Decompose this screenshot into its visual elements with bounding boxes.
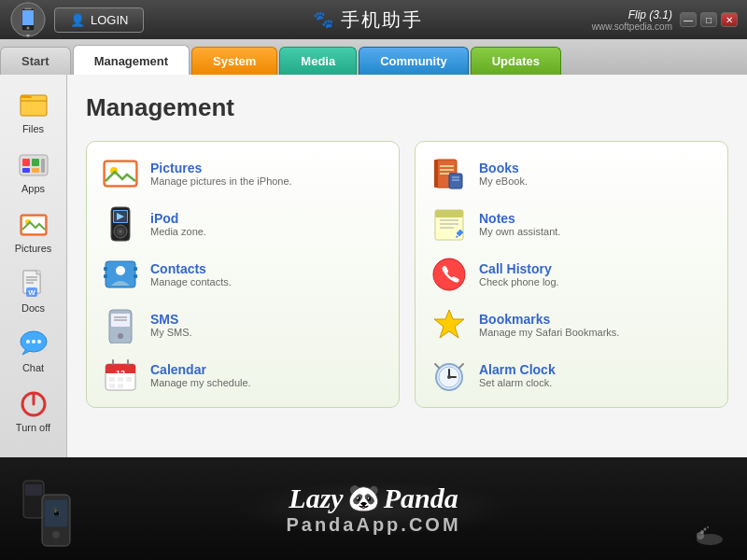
svg-rect-38	[134, 267, 137, 271]
svg-point-90	[707, 526, 709, 528]
svg-point-23	[37, 340, 41, 343]
tabs-bar: Start Management System Media Community …	[0, 39, 747, 75]
svg-rect-10	[41, 159, 45, 173]
maximize-button[interactable]: □	[700, 12, 717, 27]
menu-item-books[interactable]: Books My eBook.	[430, 155, 712, 192]
footer-logo: Lazy 🐼 Panda PandaApp.COM	[286, 483, 460, 536]
alarmclock-text: Alarm Clock Set alarm clock.	[479, 362, 556, 388]
sidebar-label-turnoff: Turn off	[16, 422, 50, 433]
sidebar-item-docs[interactable]: W Docs	[2, 261, 65, 319]
ipod-text: iPod Media zone.	[150, 211, 206, 237]
svg-rect-4	[21, 95, 47, 116]
footer-phones: 📱	[19, 476, 75, 560]
svg-text:📱: 📱	[50, 506, 63, 518]
tab-updates[interactable]: Updates	[471, 47, 561, 75]
files-icon	[17, 88, 50, 121]
contacts-text: Contacts Manage contacts.	[150, 261, 232, 287]
sidebar-label-apps: Apps	[21, 183, 45, 194]
user-icon: 👤	[70, 13, 85, 27]
right-card: Books My eBook.	[415, 141, 728, 408]
sidebar: Files Apps	[0, 75, 67, 457]
svg-rect-8	[22, 168, 30, 173]
bookmarks-icon	[430, 306, 468, 343]
svg-point-45	[118, 333, 123, 339]
svg-point-70	[433, 259, 465, 290]
books-icon	[430, 155, 468, 192]
sidebar-label-chat: Chat	[22, 362, 44, 373]
svg-point-40	[116, 266, 125, 275]
tab-start[interactable]: Start	[0, 47, 71, 75]
svg-rect-39	[134, 274, 137, 278]
svg-rect-7	[32, 159, 39, 166]
svg-marker-71	[434, 310, 464, 338]
svg-text:12: 12	[116, 369, 125, 378]
softpedia-label: Flip (3.1) www.softpedia.com	[592, 8, 672, 32]
menu-item-bookmarks[interactable]: Bookmarks Manage my Safari Bookmarks.	[430, 306, 712, 343]
titlebar: 👤 LOGIN 🐾 手机助手 Flip (3.1) www.softpedia.…	[0, 0, 747, 39]
svg-text:W: W	[28, 288, 35, 297]
svg-point-83	[52, 531, 60, 539]
tab-system[interactable]: System	[191, 47, 277, 75]
svg-rect-62	[449, 174, 462, 189]
menu-item-pictures[interactable]: Pictures Manage pictures in the iPhone.	[102, 155, 384, 192]
cards-container: Pictures Manage pictures in the iPhone.	[86, 141, 728, 408]
calendar-text: Calendar Manage my schedule.	[150, 362, 251, 388]
menu-item-alarmclock[interactable]: Alarm Clock Set alarm clock.	[430, 357, 712, 394]
callhistory-icon	[430, 256, 468, 293]
tab-management[interactable]: Management	[73, 45, 190, 75]
minimize-button[interactable]: —	[680, 12, 697, 27]
svg-rect-80	[25, 484, 42, 496]
svg-rect-6	[22, 159, 30, 166]
svg-rect-58	[434, 160, 438, 188]
sidebar-item-pictures[interactable]: Pictures	[2, 202, 65, 259]
bookmarks-text: Bookmarks Manage my Safari Bookmarks.	[479, 312, 619, 338]
svg-rect-2	[22, 10, 34, 25]
docs-icon: W	[17, 267, 50, 301]
sidebar-item-turnoff[interactable]: Turn off	[2, 381, 65, 439]
menu-item-ipod[interactable]: iPod Media zone.	[102, 205, 384, 243]
svg-rect-37	[104, 274, 107, 278]
page-title: Management	[86, 93, 728, 122]
svg-point-3	[27, 27, 30, 30]
content-area: Management	[67, 75, 747, 457]
notes-icon	[430, 205, 468, 243]
menu-item-sms[interactable]: SMS My SMS.	[102, 306, 384, 343]
apps-icon	[17, 147, 50, 181]
svg-line-77	[435, 364, 439, 368]
sidebar-item-apps[interactable]: Apps	[2, 142, 65, 200]
svg-point-33	[120, 231, 122, 233]
callhistory-text: Call History Check phone log.	[479, 261, 559, 287]
menu-item-notes[interactable]: Notes My own assistant.	[430, 205, 712, 243]
sidebar-item-chat[interactable]: Chat	[2, 321, 65, 379]
svg-point-76	[447, 375, 451, 379]
alarmclock-icon	[430, 357, 468, 394]
footer: 📱 Lazy 🐼 Panda PandaApp.COM	[0, 457, 747, 560]
svg-rect-9	[32, 168, 39, 173]
tab-community[interactable]: Community	[359, 47, 469, 75]
sms-icon	[102, 306, 139, 343]
menu-item-contacts[interactable]: Contacts Manage contacts.	[102, 256, 384, 293]
menu-item-callhistory[interactable]: Call History Check phone log.	[430, 256, 712, 293]
menu-item-calendar[interactable]: 12 Calendar	[102, 357, 384, 394]
books-text: Books My eBook.	[479, 161, 528, 187]
svg-rect-54	[126, 377, 132, 382]
notes-text: Notes My own assistant.	[479, 211, 560, 237]
tab-media[interactable]: Media	[279, 47, 357, 75]
svg-point-22	[32, 340, 35, 343]
sms-text: SMS My SMS.	[150, 312, 192, 338]
sidebar-item-files[interactable]: Files	[2, 82, 65, 140]
contacts-icon	[102, 256, 139, 293]
svg-point-88	[700, 530, 704, 534]
app-logo: 🐾	[313, 9, 333, 30]
ipod-icon	[102, 205, 139, 243]
svg-point-21	[26, 340, 30, 343]
svg-point-89	[704, 528, 707, 531]
calendar-icon: 12	[102, 357, 139, 394]
close-button[interactable]: ✕	[721, 12, 738, 27]
svg-rect-56	[118, 384, 123, 388]
main-area: Files Apps	[0, 75, 747, 457]
svg-rect-55	[109, 384, 115, 388]
app-name: 手机助手	[341, 7, 423, 33]
sidebar-label-files: Files	[22, 123, 44, 134]
login-button[interactable]: 👤 LOGIN	[54, 7, 144, 33]
